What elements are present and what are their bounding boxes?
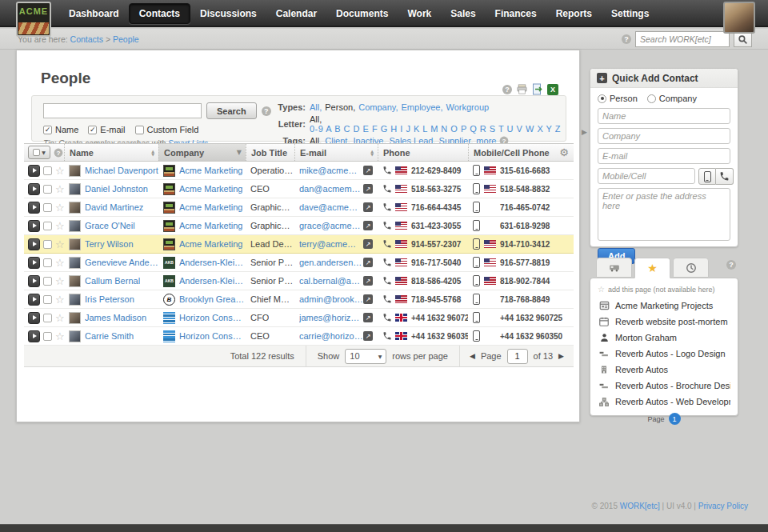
row-actions-button[interactable] xyxy=(28,183,40,195)
email-link[interactable]: cal.bernal@akb-law... xyxy=(299,276,363,286)
company-link[interactable]: Acme Marketing xyxy=(179,166,242,175)
contact-name-link[interactable]: James Madison xyxy=(85,313,146,322)
type-filter[interactable]: Company, xyxy=(358,102,398,112)
contact-name-link[interactable]: Michael Davenport xyxy=(85,166,158,175)
column-header-name[interactable]: Name xyxy=(64,144,158,161)
contact-name-link[interactable]: Iris Peterson xyxy=(85,294,134,304)
email-link[interactable]: admin@brooklyngre... xyxy=(299,294,363,304)
compose-email-icon[interactable] xyxy=(363,184,373,194)
row-checkbox[interactable] xyxy=(43,222,52,230)
column-header-mobile[interactable]: Mobile/Cell Phone xyxy=(468,144,574,161)
type-filter[interactable]: All, xyxy=(310,102,322,112)
row-actions-button[interactable] xyxy=(28,165,40,177)
row-checkbox[interactable] xyxy=(43,295,52,304)
nav-item-calendar[interactable]: Calendar xyxy=(266,4,326,23)
row-favorite-star-icon[interactable] xyxy=(55,294,64,305)
nav-item-reports[interactable]: Reports xyxy=(546,4,602,23)
company-link[interactable]: Horizon Consolidated xyxy=(179,331,246,341)
company-link[interactable]: Acme Marketing xyxy=(179,239,242,249)
row-checkbox[interactable] xyxy=(43,240,52,249)
nav-item-sales[interactable]: Sales xyxy=(441,4,485,23)
contact-name-link[interactable]: Carrie Smith xyxy=(85,331,134,341)
tab-tour[interactable] xyxy=(596,258,632,278)
compose-email-icon[interactable] xyxy=(363,258,373,267)
row-actions-button[interactable] xyxy=(28,202,40,214)
row-checkbox[interactable] xyxy=(43,314,52,322)
row-checkbox[interactable] xyxy=(43,203,52,212)
email-link[interactable]: dan@acmemarketin... xyxy=(299,184,363,194)
compose-email-icon[interactable] xyxy=(363,221,373,230)
row-favorite-star-icon[interactable] xyxy=(55,184,64,194)
compose-email-icon[interactable] xyxy=(363,239,373,249)
user-avatar[interactable] xyxy=(723,2,755,34)
row-actions-button[interactable] xyxy=(28,330,40,342)
column-header-job-title[interactable]: Job Title xyxy=(246,144,294,161)
global-search-input[interactable] xyxy=(635,31,730,47)
print-icon[interactable] xyxy=(516,83,528,95)
nav-item-finances[interactable]: Finances xyxy=(486,4,546,23)
nav-item-work[interactable]: Work xyxy=(398,4,441,23)
row-favorite-star-icon[interactable] xyxy=(55,202,64,213)
row-checkbox[interactable] xyxy=(43,258,52,267)
contact-name-link[interactable]: Callum Bernal xyxy=(85,276,140,286)
previous-page-button[interactable] xyxy=(470,352,475,360)
column-header-company[interactable]: Company xyxy=(158,144,246,161)
type-filter[interactable]: Employee, xyxy=(402,102,443,112)
radio-person[interactable]: Person xyxy=(598,94,638,103)
row-checkbox[interactable] xyxy=(43,332,52,341)
nav-item-documents[interactable]: Documents xyxy=(326,4,398,23)
contact-name-link[interactable]: David Martinez xyxy=(85,202,143,212)
contact-name-link[interactable]: Genevieve Andersen xyxy=(85,258,158,267)
compose-email-icon[interactable] xyxy=(363,331,373,341)
email-link[interactable]: carrie@horizoncons... xyxy=(299,331,363,341)
company-link[interactable]: Acme Marketing xyxy=(179,221,242,230)
phone-type-button[interactable] xyxy=(716,168,734,185)
quick-add-name-field[interactable] xyxy=(598,108,730,124)
email-link[interactable]: gen.andersen@akb-l... xyxy=(299,258,363,267)
contact-search-button[interactable]: Search xyxy=(206,102,257,119)
quick-add-company-field[interactable] xyxy=(598,128,730,144)
contact-search-input[interactable] xyxy=(43,103,202,118)
breadcrumb-contacts-link[interactable]: Contacts xyxy=(70,34,103,44)
email-link[interactable]: grace@acmemarketi... xyxy=(299,221,363,230)
nav-item-discussions[interactable]: Discussions xyxy=(190,4,266,23)
checkbox-name[interactable]: Name xyxy=(43,125,78,134)
contact-name-link[interactable]: Grace O'Neil xyxy=(85,221,135,230)
row-actions-button[interactable] xyxy=(28,257,40,269)
page-help-icon[interactable] xyxy=(502,85,512,94)
collapse-panel-arrow[interactable] xyxy=(582,128,587,136)
checkbox-email[interactable]: E-mail xyxy=(88,125,125,134)
compose-email-icon[interactable] xyxy=(363,313,373,322)
row-favorite-star-icon[interactable] xyxy=(55,221,64,231)
company-link[interactable]: Horizon Consolidated xyxy=(179,313,246,322)
search-button[interactable] xyxy=(734,31,752,47)
row-actions-button[interactable] xyxy=(28,275,40,287)
tab-favorites[interactable] xyxy=(634,258,670,278)
row-checkbox[interactable] xyxy=(43,166,52,175)
company-link[interactable]: Andersen-Kleinfort-... xyxy=(179,258,246,267)
email-link[interactable]: james@horizoncons... xyxy=(299,313,363,322)
nav-item-settings[interactable]: Settings xyxy=(602,4,658,23)
column-header-phone[interactable]: Phone xyxy=(378,144,468,161)
company-link[interactable]: Brooklyn Greats LLC xyxy=(179,294,246,304)
row-actions-button[interactable] xyxy=(28,220,40,232)
contact-name-link[interactable]: Daniel Johnston xyxy=(85,184,148,194)
favorite-item[interactable]: Morton Graham xyxy=(598,330,730,346)
quick-add-mobile-field[interactable] xyxy=(598,168,695,184)
mobile-type-button[interactable] xyxy=(698,168,716,185)
brand-link[interactable]: WORK[etc] xyxy=(620,502,660,510)
favorite-item[interactable]: Reverb Autos xyxy=(598,362,730,378)
breadcrumb-current-link[interactable]: People xyxy=(113,34,139,44)
table-help-icon[interactable] xyxy=(54,148,63,157)
favorite-item[interactable]: Reverb Autos - Web Developm xyxy=(598,394,730,410)
contact-name-link[interactable]: Terry Wilson xyxy=(85,239,134,249)
company-link[interactable]: Acme Marketing xyxy=(179,184,242,194)
excel-export-icon[interactable] xyxy=(547,84,558,95)
search-help-icon[interactable] xyxy=(622,34,631,44)
row-actions-button[interactable] xyxy=(28,238,40,250)
row-favorite-star-icon[interactable] xyxy=(55,331,64,342)
email-link[interactable]: mike@acmemarketin... xyxy=(299,166,363,175)
nav-item-dashboard[interactable]: Dashboard xyxy=(59,4,129,23)
column-header-email[interactable]: E-mail xyxy=(294,144,378,161)
row-checkbox[interactable] xyxy=(43,277,52,286)
